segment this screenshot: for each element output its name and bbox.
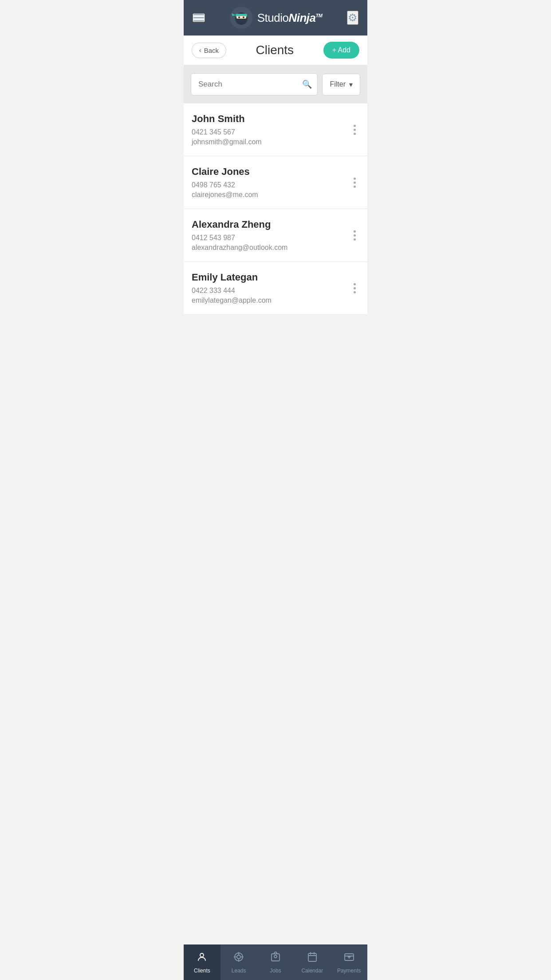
dot-icon <box>354 125 356 127</box>
dot-icon <box>354 129 356 131</box>
client-list: John Smith 0421 345 567 johnsmith@gmail.… <box>184 103 367 315</box>
client-phone: 0421 345 567 <box>192 128 350 136</box>
chevron-down-icon: ▾ <box>349 80 353 89</box>
menu-button[interactable] <box>193 13 205 22</box>
client-list-item[interactable]: Alexandra Zheng 0412 543 987 alexandrazh… <box>184 209 367 262</box>
dot-icon <box>354 178 356 180</box>
client-name: Alexandra Zheng <box>192 219 350 230</box>
svg-point-4 <box>238 16 240 18</box>
logo: StudioNinjaTM <box>230 6 323 29</box>
filter-button[interactable]: Filter ▾ <box>322 74 360 95</box>
client-email: emilylategan@apple.com <box>192 296 350 304</box>
dot-icon <box>354 133 356 135</box>
client-name: Claire Jones <box>192 166 350 178</box>
client-name: Emily Lategan <box>192 272 350 283</box>
more-options-button[interactable] <box>350 121 359 138</box>
chevron-left-icon: ‹ <box>199 47 201 54</box>
dot-icon <box>354 287 356 289</box>
filter-label: Filter <box>330 80 346 88</box>
client-phone: 0422 333 444 <box>192 287 350 295</box>
dot-icon <box>354 238 356 241</box>
client-list-item[interactable]: John Smith 0421 345 567 johnsmith@gmail.… <box>184 103 367 156</box>
app-header: StudioNinjaTM ⚙ <box>184 0 367 36</box>
client-info: Claire Jones 0498 765 432 clairejones@me… <box>192 166 350 199</box>
dot-icon <box>354 291 356 293</box>
back-label: Back <box>204 47 219 54</box>
client-list-item[interactable]: Emily Lategan 0422 333 444 emilylategan@… <box>184 262 367 315</box>
client-name: John Smith <box>192 113 350 125</box>
dot-icon <box>354 182 356 184</box>
more-options-button[interactable] <box>350 227 359 244</box>
client-phone: 0412 543 987 <box>192 234 350 242</box>
back-button[interactable]: ‹ Back <box>192 43 226 58</box>
more-options-button[interactable] <box>350 174 359 191</box>
dot-icon <box>354 234 356 237</box>
settings-button[interactable]: ⚙ <box>347 11 358 25</box>
svg-point-5 <box>243 16 244 18</box>
client-list-item[interactable]: Claire Jones 0498 765 432 clairejones@me… <box>184 156 367 209</box>
client-info: Emily Lategan 0422 333 444 emilylategan@… <box>192 272 350 304</box>
search-icon-button[interactable]: 🔍 <box>302 79 312 89</box>
search-section: 🔍 Filter ▾ <box>184 65 367 103</box>
search-icon: 🔍 <box>302 80 312 89</box>
search-input[interactable] <box>191 74 317 95</box>
svg-rect-3 <box>236 16 246 19</box>
dot-icon <box>354 186 356 188</box>
client-email: johnsmith@gmail.com <box>192 138 350 146</box>
dot-icon <box>354 283 356 285</box>
client-info: Alexandra Zheng 0412 543 987 alexandrazh… <box>192 219 350 252</box>
logo-text: StudioNinjaTM <box>257 11 323 25</box>
add-button[interactable]: + Add <box>323 42 359 59</box>
more-options-button[interactable] <box>350 280 359 297</box>
client-email: alexandrazhang@outlook.com <box>192 244 350 252</box>
page-title: Clients <box>256 43 294 57</box>
page-header: ‹ Back Clients + Add <box>184 36 367 65</box>
client-phone: 0498 765 432 <box>192 181 350 189</box>
ninja-logo-icon <box>230 6 253 29</box>
client-email: clairejones@me.com <box>192 191 350 199</box>
client-info: John Smith 0421 345 567 johnsmith@gmail.… <box>192 113 350 146</box>
svg-rect-6 <box>236 19 246 22</box>
dot-icon <box>354 230 356 233</box>
search-wrapper: 🔍 <box>191 73 318 95</box>
